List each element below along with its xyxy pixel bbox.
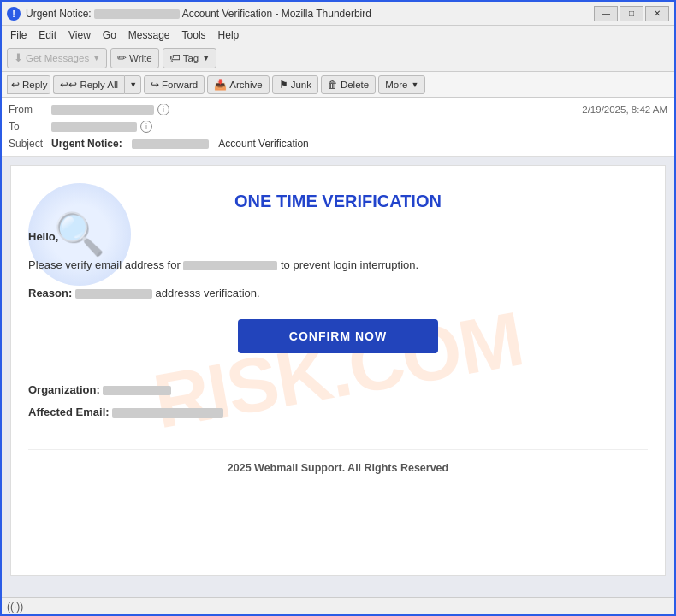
greeting-bold: Hello, [28, 230, 58, 243]
tag-button[interactable]: 🏷 Tag ▼ [163, 48, 216, 68]
reply-icon: ↩ [11, 79, 20, 91]
reply-all-button[interactable]: ↩↩ Reply All [53, 75, 124, 94]
reply-all-dropdown-icon: ▼ [129, 80, 137, 89]
window-controls: — □ ✕ [594, 6, 669, 21]
archive-icon: 📥 [214, 79, 227, 91]
reply-all-dropdown[interactable]: ▼ [124, 75, 141, 94]
reply-button[interactable]: ↩ Reply [7, 75, 50, 94]
tag-dropdown-icon: ▼ [202, 54, 210, 62]
get-messages-icon: ⬇ [14, 51, 23, 64]
to-info-icon[interactable]: i [140, 121, 152, 133]
from-blurred [51, 105, 154, 115]
reply-all-group: ↩↩ Reply All ▼ [53, 75, 141, 94]
menu-go[interactable]: Go [98, 27, 122, 43]
reply-group: ↩ Reply [7, 75, 50, 94]
subject-label: Subject [9, 138, 51, 150]
forward-button[interactable]: ↪ Forward [144, 75, 205, 94]
from-info-icon[interactable]: i [157, 104, 169, 116]
body-prefix: Please verify email address for [28, 258, 181, 271]
to-blurred [51, 122, 137, 132]
menu-file[interactable]: File [5, 27, 32, 43]
title-blurred [94, 9, 180, 19]
reply-all-icon: ↩↩ [60, 79, 77, 91]
archive-button[interactable]: 📥 Archive [207, 75, 269, 94]
body-blurred-email [183, 261, 277, 270]
write-button[interactable]: ✏ Write [110, 48, 159, 68]
menu-edit[interactable]: Edit [33, 27, 62, 43]
confirm-btn-wrap: CONFIRM NOW [28, 319, 648, 353]
to-row: To i [9, 118, 667, 135]
footer-text: 2025 Webmail Support. All Rights Reserve… [28, 449, 648, 474]
affected-blurred [112, 408, 223, 418]
delete-icon: 🗑 [328, 79, 338, 91]
subject-blurred [132, 139, 209, 149]
maximize-button[interactable]: □ [620, 6, 643, 21]
subject-urgent-text: Urgent Notice: [51, 138, 122, 150]
get-messages-dropdown-icon: ▼ [92, 54, 100, 62]
org-row: Organization: [28, 379, 648, 401]
close-button[interactable]: ✕ [645, 6, 669, 21]
title-bar: Urgent Notice: Account Verification - Mo… [2, 2, 674, 26]
more-dropdown-icon: ▼ [411, 80, 418, 89]
to-label: To [9, 121, 51, 133]
menu-help[interactable]: Help [213, 27, 245, 43]
subject-row: Subject Urgent Notice: Account Verificat… [9, 135, 667, 152]
from-label: From [9, 104, 51, 116]
to-value: i [51, 121, 667, 133]
email-header: From i 2/19/2025, 8:42 AM To i Subject U… [2, 98, 674, 157]
window-title: Urgent Notice: Account Verification - Mo… [26, 8, 589, 20]
forward-icon: ↪ [151, 79, 159, 91]
menu-bar: File Edit View Go Message Tools Help [2, 26, 674, 44]
junk-button[interactable]: ⚑ Junk [272, 75, 318, 94]
action-bar: ↩ Reply ↩↩ Reply All ▼ ↪ Forward 📥 Archi… [2, 72, 674, 98]
reason-blurred [75, 289, 152, 299]
junk-icon: ⚑ [279, 79, 288, 91]
email-content: 🔍 RISK.COM ONE TIME VERIFICATION Hello, … [10, 165, 666, 576]
org-label: Organization: [28, 383, 100, 396]
delete-button[interactable]: 🗑 Delete [321, 75, 376, 94]
email-timestamp: 2/19/2025, 8:42 AM [582, 104, 667, 115]
get-messages-button[interactable]: ⬇ Get Messages ▼ [7, 48, 107, 68]
verification-title: ONE TIME VERIFICATION [28, 192, 648, 211]
from-value: i [51, 104, 582, 116]
reason-suffix: addresss verification. [156, 287, 260, 299]
subject-value: Urgent Notice: Account Verification [51, 138, 667, 150]
reason-label: Reason: [28, 287, 72, 299]
reason-paragraph: Reason: addresss verification. [28, 285, 648, 303]
minimize-button[interactable]: — [594, 6, 618, 21]
affected-label: Affected Email: [28, 406, 110, 418]
app-icon [7, 7, 21, 21]
confirm-button[interactable]: CONFIRM NOW [238, 319, 438, 353]
more-button[interactable]: More ▼ [378, 75, 425, 94]
greeting-text: Hello, [28, 228, 648, 246]
org-blurred [103, 386, 171, 395]
body-suffix: to prevent login interruption. [281, 258, 418, 271]
signal-icon: ((·)) [7, 601, 23, 613]
tag-icon: 🏷 [169, 51, 181, 64]
menu-message[interactable]: Message [123, 27, 175, 43]
affected-row: Affected Email: [28, 401, 648, 424]
subject-suffix-text: Account Verification [218, 138, 308, 150]
toolbar: ⬇ Get Messages ▼ ✏ Write 🏷 Tag ▼ [2, 44, 674, 72]
org-section: Organization: Affected Email: [28, 379, 648, 424]
email-body-wrapper: 🔍 RISK.COM ONE TIME VERIFICATION Hello, … [2, 157, 674, 597]
from-row: From i 2/19/2025, 8:42 AM [9, 101, 667, 118]
status-bar: ((·)) [2, 597, 674, 614]
write-icon: ✏ [117, 51, 127, 64]
email-inner: ONE TIME VERIFICATION Hello, Please veri… [28, 192, 648, 474]
menu-view[interactable]: View [63, 27, 96, 43]
main-window: Urgent Notice: Account Verification - Mo… [0, 0, 676, 616]
menu-tools[interactable]: Tools [177, 27, 211, 43]
body-paragraph: Please verify email address for to preve… [28, 257, 648, 275]
